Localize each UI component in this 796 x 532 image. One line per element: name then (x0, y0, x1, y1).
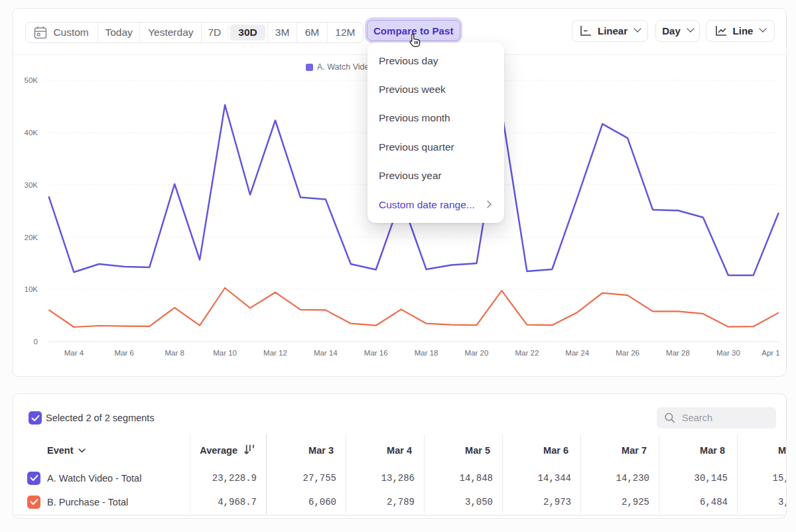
svg-text:Mar 4: Mar 4 (64, 349, 84, 357)
svg-text:Mar 20: Mar 20 (465, 349, 489, 357)
svg-text:Mar 16: Mar 16 (364, 349, 388, 357)
svg-text:50K: 50K (25, 76, 38, 84)
svg-text:Mar 12: Mar 12 (263, 349, 287, 357)
svg-text:Mar 30: Mar 30 (716, 349, 740, 357)
svg-text:Mar 28: Mar 28 (666, 349, 690, 357)
svg-text:Mar 14: Mar 14 (314, 349, 338, 357)
svg-text:Mar 26: Mar 26 (616, 349, 639, 357)
svg-text:Mar 6: Mar 6 (115, 349, 134, 357)
svg-text:10K: 10K (25, 285, 38, 293)
svg-text:0: 0 (34, 338, 38, 346)
svg-text:20K: 20K (25, 233, 38, 241)
svg-text:Mar 22: Mar 22 (515, 349, 539, 357)
svg-text:30K: 30K (25, 181, 38, 189)
svg-text:Mar 24: Mar 24 (565, 349, 589, 357)
svg-text:40K: 40K (25, 129, 38, 137)
svg-text:Apr 1: Apr 1 (762, 349, 780, 357)
svg-text:Mar 8: Mar 8 (165, 349, 184, 357)
svg-text:Mar 10: Mar 10 (213, 349, 237, 357)
svg-text:Mar 18: Mar 18 (415, 349, 438, 357)
